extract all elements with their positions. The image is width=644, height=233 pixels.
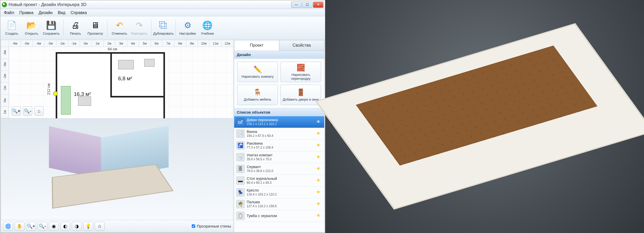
object-name: Раковина [247, 141, 314, 146]
object-item[interactable]: 🌴Пальма127.4 x 116.2 x 158.5👁 [234, 198, 324, 210]
iso-room [37, 124, 183, 212]
visibility-icon[interactable]: 👁 [316, 143, 322, 148]
ruler-tick: 9м [186, 40, 198, 47]
draw-room-button[interactable]: ✏️Нарисовать комнату [237, 62, 278, 82]
room-partition[interactable] [110, 52, 165, 97]
visibility-icon[interactable]: 👁 [316, 167, 322, 171]
menu-view[interactable]: Вид [55, 9, 68, 16]
furniture-sofa[interactable] [61, 86, 71, 115]
object-text: Сервант79.0 x 39.6 x 222.0 [247, 165, 314, 173]
visibility-icon[interactable]: 👁 [316, 155, 322, 160]
save-icon: 💾 [46, 20, 56, 30]
tab-properties[interactable]: Свойства [279, 40, 324, 51]
toolbar-separator [107, 20, 107, 36]
printer-icon: 🖨 [70, 20, 81, 30]
light-button[interactable]: 💡 [83, 222, 93, 231]
floorplan[interactable]: 6,8 м² 16,3 м² 84 см 212 см [56, 52, 165, 128]
visibility-icon[interactable]: 👁 [316, 120, 322, 124]
new-button[interactable]: 📄Создать [2, 18, 21, 38]
object-item[interactable]: 🗄Сервант79.0 x 39.6 x 222.0👁 [234, 163, 324, 175]
perspective-button[interactable]: ◉ [49, 222, 59, 231]
object-name: Ванна [247, 130, 314, 134]
object-name: Стол журнальный [247, 176, 314, 181]
orbit-button[interactable]: 🌀 [3, 222, 13, 231]
save-button[interactable]: 💾Сохранить [42, 18, 61, 38]
object-item[interactable]: 🚽Унитаз компакт35.6 x 56.5 x 75.0👁 [234, 151, 324, 163]
visibility-icon[interactable]: 👁 [316, 131, 322, 136]
preview-button[interactable]: 🖥Просмотр [86, 18, 105, 38]
minimize-button[interactable]: — [291, 2, 302, 8]
visibility-icon[interactable]: 👁 [316, 190, 322, 195]
object-item[interactable]: 🪞Тумба с зеркалом👁 [234, 210, 324, 222]
home-3d-button[interactable]: ⌂ [95, 222, 105, 231]
visibility-icon[interactable]: 👁 [316, 178, 322, 183]
add-furniture-button[interactable]: 🪑Добавить мебель [237, 85, 278, 105]
floor-plan-2d[interactable]: 6,8 м² 16,3 м² 84 см 212 см 🔍+ 🔍- ⌂ [9, 47, 233, 118]
duplicate-button[interactable]: ⿻Дублировать [154, 18, 173, 38]
object-item[interactable]: 🛋Диван еврокнижка235.1 x 113.1 x 102.2👁 [234, 116, 324, 128]
ruler-tick: 1м [1, 106, 9, 118]
object-item[interactable]: 💺Кресло118.4 x 103.2 x 110.2👁 [234, 187, 324, 198]
draw-partition-button[interactable]: 🧱Нарисовать перегородку [280, 62, 321, 82]
room-area-a: 6,8 м² [118, 76, 132, 82]
ruler-tick: 1м [92, 40, 103, 47]
object-name: Унитаз компакт [247, 153, 314, 157]
walk-button[interactable]: ◐ [60, 222, 70, 231]
settings-button[interactable]: ⚙Настройки [178, 18, 197, 38]
object-text: Диван еврокнижка235.1 x 113.1 x 102.2 [247, 118, 314, 126]
furniture-bath[interactable] [118, 60, 134, 69]
object-item[interactable]: 🚰Раковина77.3 x 57.2 x 108.4👁 [234, 140, 324, 151]
zoom-in-3d-button[interactable]: 🔍+ [26, 222, 36, 231]
home-view-button[interactable]: ⌂ [34, 106, 44, 116]
maximize-button[interactable]: ☐ [302, 2, 313, 8]
open-button[interactable]: 📂Открыть [22, 18, 41, 38]
main-toolbar: 📄Создать 📂Открыть 💾Сохранить 🖨Печать 🖥Пр… [0, 16, 325, 39]
chair-icon: 🪑 [253, 88, 262, 96]
undo-button[interactable]: ↶Отменить [110, 18, 129, 38]
camera-button[interactable]: ◑ [72, 222, 82, 231]
ruler-tick: -4м [1, 47, 9, 59]
object-dims: 79.0 x 39.6 x 222.0 [247, 169, 314, 173]
object-text: Унитаз компакт35.6 x 56.5 x 75.0 [247, 153, 314, 161]
object-name: Диван еврокнижка [247, 118, 314, 122]
ruler-tick: 6м [151, 40, 162, 47]
close-button[interactable]: ✕ [313, 2, 323, 8]
furniture-table[interactable] [78, 96, 91, 106]
furniture-sink[interactable] [144, 59, 155, 67]
object-text: Кресло118.4 x 103.2 x 110.2 [247, 188, 314, 196]
toolbar-separator [151, 20, 151, 36]
object-name: Сервант [247, 165, 314, 169]
object-dims: 35.6 x 56.5 x 75.0 [247, 157, 314, 161]
object-thumb-icon: 🌴 [236, 200, 245, 208]
menu-file[interactable]: Файл [1, 9, 17, 16]
visibility-icon[interactable]: 👁 [316, 202, 322, 206]
selection-handle[interactable] [53, 91, 58, 96]
transparent-walls-checkbox[interactable] [192, 224, 195, 228]
menu-design[interactable]: Дизайн [36, 9, 55, 16]
view-3d[interactable] [1, 118, 233, 220]
print-button[interactable]: 🖨Печать [66, 18, 85, 38]
ruler-tick: -5м [21, 40, 32, 47]
add-doors-button[interactable]: 🚪Добавить двери и окна [280, 85, 321, 105]
zoom-out-3d-button[interactable]: 🔍- [37, 222, 47, 231]
object-text: Ванна154.2 x 67.5 x 50.4 [247, 130, 314, 138]
zoom-out-button[interactable]: 🔍- [23, 106, 32, 116]
monitor-icon: 🖥 [90, 20, 100, 30]
ruler-tick: 5м [139, 40, 150, 47]
transparent-walls-toggle[interactable]: Прозрачные стены [192, 224, 231, 228]
menu-help[interactable]: Справка [68, 9, 90, 16]
redo-button[interactable]: ↷Повторить [130, 18, 149, 38]
object-list[interactable]: 🛋Диван еврокнижка235.1 x 113.1 x 102.2👁🛁… [234, 116, 324, 232]
menu-edit[interactable]: Правка [17, 9, 36, 16]
objects-section-header: Список объектов [234, 108, 324, 116]
pan-button[interactable]: ✋ [15, 222, 24, 231]
object-name: Пальма [247, 200, 314, 204]
ruler-tick: 4м [127, 40, 139, 47]
object-item[interactable]: ▬Стол журнальный80.4 x 80.1 x 40.3👁 [234, 175, 324, 187]
visibility-icon[interactable]: 👁 [316, 213, 322, 218]
zoom-in-button[interactable]: 🔍+ [11, 106, 21, 116]
tab-project[interactable]: Проект [234, 40, 279, 51]
object-item[interactable]: 🛁Ванна154.2 x 67.5 x 50.4👁 [234, 128, 324, 140]
tutorial-button[interactable]: 🌐Учебник [198, 18, 217, 38]
window-title: Новый проект - Дизайн Интерьера 3D [9, 2, 291, 7]
